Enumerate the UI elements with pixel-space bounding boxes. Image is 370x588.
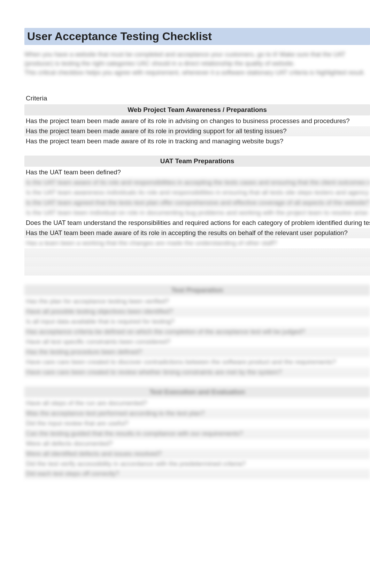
- checklist-row: Were all identified defects and issues r…: [24, 449, 370, 459]
- checklist-row: Have all possible testing objectives bee…: [24, 307, 370, 317]
- checklist-row: Did the input review that are useful?: [24, 419, 370, 429]
- section-heading: Test Execution and Evaluation: [24, 386, 370, 398]
- checklist-row: Has the project team been made aware of …: [24, 136, 370, 146]
- section-heading: Test Preparation: [24, 285, 370, 296]
- section-group: UAT Team Preparations Has the UAT team b…: [24, 156, 370, 276]
- section-group: Test Execution and Evaluation Have all s…: [24, 386, 370, 479]
- checklist-row: Have all steps of the run are documented…: [24, 398, 370, 408]
- checklist-row: [24, 257, 370, 266]
- checklist-row: Has the UAT team been made aware of its …: [24, 228, 370, 238]
- checklist-row: [24, 266, 370, 276]
- intro-text: When you have a website that must be com…: [24, 50, 370, 77]
- checklist-row: Has the UAT team been defined?: [24, 167, 370, 178]
- checklist-row: Can the testing guided that the results …: [24, 429, 370, 439]
- intro-line: When you have a website that must be com…: [24, 50, 370, 68]
- checklist-row: Has the plan for acceptance testing been…: [24, 296, 370, 307]
- checklist-row: Were all defects documented?: [24, 439, 370, 449]
- checklist-row: Have all test specific constraints been …: [24, 337, 370, 347]
- checklist-row: Did each test steps off correctly?: [24, 469, 370, 479]
- checklist-row: Is the UAT team been individual on role …: [24, 208, 370, 218]
- page-title: User Acceptance Testing Checklist: [24, 28, 370, 45]
- checklist-row: [24, 248, 370, 257]
- intro-line: This critical checkbox helps you agree w…: [24, 68, 370, 77]
- section-heading: Web Project Team Awareness / Preparation…: [24, 104, 370, 115]
- criteria-label: Criteria: [24, 95, 370, 102]
- checklist-row: Has the testing procedure been defined?: [24, 347, 370, 357]
- document-page: User Acceptance Testing Checklist When y…: [0, 0, 370, 502]
- checklist-row: Was the acceptance test performed accord…: [24, 408, 370, 419]
- checklist-row: Has acceptance criteria be defined on wh…: [24, 327, 370, 337]
- checklist-row: Has the project team been made aware of …: [24, 116, 370, 126]
- checklist-row: Has the project team been made aware of …: [24, 126, 370, 136]
- checklist-row: Have care care been created to review wh…: [24, 367, 370, 377]
- checklist-row: Is the UAT team agreed that the tests te…: [24, 198, 370, 208]
- checklist-row: Is all input data available that is requ…: [24, 317, 370, 327]
- checklist-row: Is the UAT team aware of its role and re…: [24, 178, 370, 188]
- section-group: Test Preparation Has the plan for accept…: [24, 285, 370, 377]
- checklist-row: Has a team been a working that the chang…: [24, 238, 370, 248]
- checklist-row: Is the UAT team awareness individuals it…: [24, 188, 370, 198]
- checklist-row: Did the test verify accessibility in acc…: [24, 459, 370, 469]
- section-heading: UAT Team Preparations: [24, 156, 370, 167]
- checklist-row: Have care care been created to discover …: [24, 357, 370, 367]
- section-group: Web Project Team Awareness / Preparation…: [24, 104, 370, 146]
- checklist-row: Does the UAT team understand the respons…: [24, 218, 370, 228]
